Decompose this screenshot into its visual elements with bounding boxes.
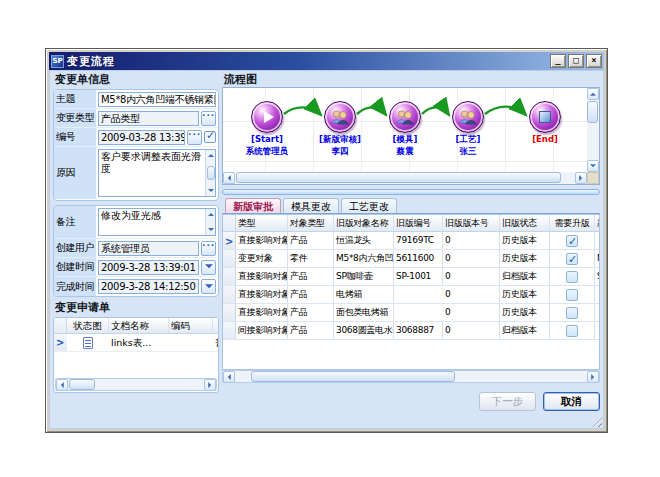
- old-number-cell: SP-1001: [394, 268, 443, 285]
- doc-name-column-header[interactable]: 文档名称: [109, 318, 169, 333]
- creator-row: 创建用户 系统管理员: [54, 239, 218, 258]
- create-time-input[interactable]: 2009-3-28 13:39:01: [98, 260, 199, 275]
- request-list-hscrollbar[interactable]: [55, 378, 217, 391]
- upgrade-checkbox[interactable]: [566, 289, 578, 301]
- minimize-button[interactable]: _: [550, 54, 566, 68]
- scroll-left-icon[interactable]: [223, 371, 235, 383]
- scroll-right-icon[interactable]: [587, 371, 599, 383]
- code-column-header[interactable]: 编码: [169, 318, 213, 333]
- change-type-input[interactable]: 产品类型: [98, 111, 199, 126]
- request-list-row[interactable]: > links表... 普通: [54, 334, 218, 352]
- close-button[interactable]: ×: [586, 54, 602, 68]
- old-status-cell: 历史版本: [500, 286, 550, 303]
- need-upgrade-cell: [550, 268, 595, 285]
- scroll-up-icon[interactable]: [208, 210, 214, 216]
- table-row[interactable]: > 直接影响对象 产品 面包类电烤箱 0 历史版本: [223, 304, 599, 322]
- scroll-left-icon[interactable]: [56, 379, 68, 391]
- type-column-header[interactable]: 类型: [236, 215, 288, 231]
- scroll-thumb[interactable]: [69, 379, 95, 390]
- maximize-button[interactable]: □: [568, 54, 584, 68]
- number-input[interactable]: 2009-03-28 13:39:01: [98, 130, 185, 145]
- reason-scrollbar[interactable]: [205, 150, 215, 196]
- old-version-cell: 0: [443, 322, 500, 339]
- creator-ellipsis-button[interactable]: [201, 241, 216, 256]
- scroll-down-icon[interactable]: [208, 228, 214, 234]
- scroll-down-icon[interactable]: [587, 160, 599, 172]
- table-row[interactable]: > 直接影响对象 产品 电烤箱 0 历史版本: [223, 286, 599, 304]
- type-cell: 直接影响对象: [236, 268, 288, 285]
- start-node-icon[interactable]: [251, 101, 283, 133]
- flowchart-vscrollbar[interactable]: [587, 88, 599, 172]
- scroll-thumb[interactable]: [587, 101, 598, 123]
- number-ellipsis-button[interactable]: [187, 130, 202, 145]
- scroll-thumb[interactable]: [207, 166, 215, 180]
- scroll-left-icon[interactable]: [223, 172, 235, 184]
- users-node-icon[interactable]: [324, 101, 356, 133]
- scroll-up-icon[interactable]: [208, 151, 214, 157]
- object-type-cell: 零件: [288, 250, 334, 267]
- titlebar[interactable]: SP 变更流程 _ □ ×: [49, 52, 604, 70]
- status-icon-column-header[interactable]: 状态图: [67, 318, 109, 333]
- table-row[interactable]: > 直接影响对象 产品 恒温龙头 79169TC 0 历史版本: [223, 232, 599, 250]
- new-name-column-header[interactable]: 新版对象名称: [595, 215, 600, 231]
- app-icon: SP: [51, 55, 64, 68]
- upgrade-checkbox[interactable]: [566, 307, 578, 319]
- table-row[interactable]: > 直接影响对象 产品 SP咖啡壶 SP-1001 0 归档版本 SP咖: [223, 268, 599, 286]
- scroll-down-icon[interactable]: [208, 189, 214, 195]
- scroll-thumb[interactable]: [236, 172, 561, 183]
- status-icon-cell: [67, 335, 109, 351]
- extra-column-header[interactable]: [213, 318, 219, 333]
- reason-textarea[interactable]: 客户要求调整表面光滑度: [98, 149, 216, 197]
- old-name-cell: 面包类电烤箱: [334, 304, 394, 321]
- create-time-dropdown-button[interactable]: [201, 260, 216, 275]
- tab[interactable]: 模具更改: [283, 198, 339, 213]
- change-type-ellipsis-button[interactable]: [201, 111, 216, 126]
- users-node-icon[interactable]: [389, 101, 421, 133]
- scroll-up-icon[interactable]: [587, 88, 599, 100]
- users-node-icon[interactable]: [452, 101, 484, 133]
- cancel-button[interactable]: 取消: [543, 392, 600, 411]
- upgrade-checkbox[interactable]: [566, 271, 578, 283]
- splitter-handle[interactable]: [222, 189, 600, 195]
- flow-node-start[interactable]: [Start] 系统管理员: [229, 101, 305, 157]
- tab[interactable]: 工艺更改: [341, 198, 397, 213]
- object-type-cell: 产品: [288, 322, 334, 339]
- remark-scrollbar[interactable]: [205, 209, 215, 235]
- approval-table-hscrollbar[interactable]: [222, 370, 600, 383]
- table-row[interactable]: > 变更对象 零件 M5*8内六角凹... 5611600 0 历史版本 M5*…: [223, 250, 599, 268]
- upgrade-checkbox[interactable]: [566, 235, 578, 247]
- scroll-thumb[interactable]: [251, 371, 455, 382]
- scroll-right-icon[interactable]: [575, 172, 587, 184]
- remark-textarea[interactable]: 修改为亚光感: [98, 208, 216, 236]
- object-type-column-header[interactable]: 对象类型: [288, 215, 334, 231]
- upgrade-checkbox[interactable]: [566, 325, 578, 337]
- scroll-right-icon[interactable]: [204, 379, 216, 391]
- type-cell: 变更对象: [236, 250, 288, 267]
- old-version-cell: 0: [443, 268, 500, 285]
- table-row[interactable]: > 间接影响对象 产品 3068圆盖电水壶 3068887 0 归档版本: [223, 322, 599, 340]
- need-upgrade-column-header[interactable]: 需要升版: [550, 215, 595, 231]
- finish-time-input[interactable]: 2009-3-28 14:12:50: [98, 279, 199, 294]
- end-node-icon[interactable]: [529, 101, 561, 133]
- tab[interactable]: 新版审批: [225, 198, 281, 213]
- old-number-column-header[interactable]: 旧版编号: [394, 215, 443, 231]
- finish-time-dropdown-button[interactable]: [201, 279, 216, 294]
- flow-node-end[interactable]: [End]: [507, 101, 583, 145]
- old-status-cell: 历史版本: [500, 250, 550, 267]
- doc-name-cell: links表...: [109, 335, 169, 351]
- window-content: 变更单信息 主题 M5*8内六角凹端不锈钢紧固螺钉 变更类型 产品类型 编号: [49, 70, 604, 429]
- row-selector-cell: >: [54, 334, 67, 351]
- flowchart-hscrollbar[interactable]: [223, 172, 587, 184]
- old-name-column-header[interactable]: 旧版对象名称: [334, 215, 394, 231]
- creator-input[interactable]: 系统管理员: [98, 241, 199, 256]
- doc-type-cell: 普通: [213, 335, 219, 351]
- old-version-column-header[interactable]: 旧版版本号: [443, 215, 500, 231]
- resize-grip[interactable]: [590, 415, 602, 427]
- upgrade-checkbox[interactable]: [566, 253, 578, 265]
- old-number-cell: 5611600: [394, 250, 443, 267]
- flowchart-canvas[interactable]: [Start] 系统管理员 [新版审核] 李四 [模具] 蔡震: [223, 88, 587, 172]
- old-status-column-header[interactable]: 旧版状态: [500, 215, 550, 231]
- flow-node-process[interactable]: [工艺] 张三: [430, 101, 506, 157]
- number-checkbox[interactable]: [204, 131, 216, 143]
- subject-input[interactable]: M5*8内六角凹端不锈钢紧固螺钉: [98, 92, 216, 107]
